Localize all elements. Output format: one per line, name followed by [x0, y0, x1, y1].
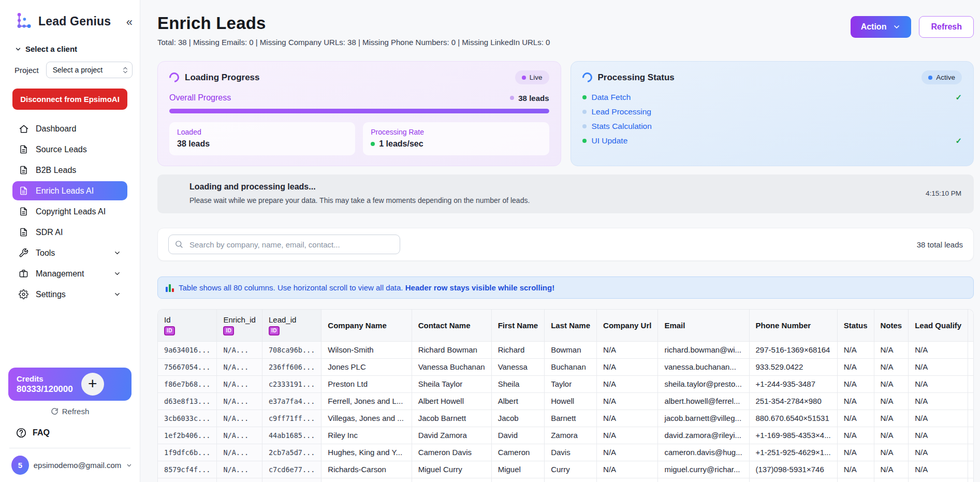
sidebar-nav-item[interactable]: Source Leads [12, 140, 127, 159]
processing-step: Data Fetch ✓ [582, 92, 962, 102]
credits-refresh-button[interactable]: Refresh [7, 407, 133, 416]
sidebar-nav-item[interactable]: B2B Leads [12, 160, 127, 180]
scroll-icon [19, 144, 29, 155]
stat-value: 1 leads/sec [379, 139, 423, 149]
table-cell: N/A [909, 427, 968, 444]
credits-card: Credits 80333/120000 + [8, 368, 131, 401]
status-card-title: Processing Status [598, 72, 675, 83]
scroll-icon [19, 227, 29, 238]
table-cell: N/A [909, 478, 968, 482]
action-button[interactable]: Action [851, 16, 912, 38]
step-dot-icon [582, 124, 587, 128]
project-select-value: Select a project [53, 66, 103, 74]
stat-label: Processing Rate [371, 128, 541, 136]
table-cell: David Zamora [412, 427, 491, 444]
sidebar-nav-item[interactable]: Copyright Leads AI [12, 202, 127, 221]
table-row[interactable]: 8579cf4f...N/A...c7cd6e77...Richards-Car… [158, 461, 974, 478]
nav-item-label: B2B Leads [36, 166, 76, 175]
column-header-email: Email [658, 310, 749, 341]
page-subtitle-stats: Total: 38 | Missing Emails: 0 | Missing … [157, 38, 550, 47]
project-select[interactable]: Select a project [46, 62, 133, 78]
app-root: « Lead Genius Select a client Project Se… [0, 0, 980, 482]
table-row[interactable]: d63e8f13...N/A...e37a7fa4...Ferrell, Jon… [158, 392, 974, 410]
table-cell: N/A [837, 341, 874, 358]
main-content: Enrich Leads Total: 38 | Missing Emails:… [140, 0, 980, 482]
table-cell: N/A... [217, 392, 262, 410]
sidebar-spacer [7, 304, 133, 368]
green-dot-icon [371, 142, 375, 146]
avatar: 5 [11, 456, 29, 475]
table-cell: 8579cf4f... [158, 461, 217, 478]
nav-item-label: Copyright Leads AI [36, 207, 106, 216]
table-cell: N/A [909, 341, 968, 358]
refresh-icon [51, 407, 58, 415]
sidebar-nav-item[interactable]: Dashboard [12, 119, 127, 138]
sidebar-nav-item[interactable]: Tools [12, 243, 127, 262]
step-dot-icon [582, 139, 587, 143]
table-cell: Albert [491, 392, 545, 410]
sidebar-nav-item[interactable]: Settings [12, 285, 127, 304]
progress-stat: Processing Rate 1 leads/sec [363, 122, 549, 155]
sidebar-divider [9, 448, 130, 448]
table-row[interactable]: 1f9dfc6b...N/A...2cb7a5d7...Hughes, King… [158, 444, 974, 461]
search-input[interactable] [168, 235, 400, 254]
table-cell: albert.howell@ferrel... [658, 392, 749, 410]
add-credits-button[interactable]: + [81, 373, 104, 396]
user-menu[interactable]: 5 epsimodemo@gmail.com [11, 456, 133, 475]
table-cell: Curry [545, 461, 597, 478]
table-cell: 001-929-622-2927×... [749, 478, 837, 482]
table-row[interactable]: 1ef2b406...N/A...44ab1685...Riley IncDav… [158, 427, 974, 444]
disconnect-button[interactable]: Disconnect from EpsimoAI [12, 89, 127, 110]
table-cell: N/A... [217, 358, 262, 375]
table-cell: N/A [597, 427, 658, 444]
nav-item-label: Enrich Leads AI [36, 186, 94, 196]
chevron-down-icon [893, 23, 901, 31]
table-cell: N/A... [217, 427, 262, 444]
check-icon: ✓ [955, 93, 962, 102]
sidebar-collapse-icon[interactable]: « [126, 17, 133, 28]
table-row[interactable]: 3cb6033c...N/A...c9ff71ff...Villegas, Jo… [158, 410, 974, 427]
table-row[interactable]: 75667054...N/A...236ff606...Jones PLCVan… [158, 358, 974, 375]
client-selector[interactable]: Select a client [14, 45, 133, 53]
table-cell: N/A... [217, 375, 262, 392]
refresh-button[interactable]: Refresh [919, 16, 974, 38]
table-cell: N/A [597, 410, 658, 427]
step-label: UI Update [592, 136, 628, 145]
sidebar-nav-item[interactable]: SDR AI [12, 223, 127, 242]
table-row[interactable]: f86e7b68...N/A...c2333191...Preston LtdS… [158, 375, 974, 392]
table-cell: Jones PLC [321, 358, 412, 375]
table-cell: N/A [968, 478, 974, 482]
check-icon: ✓ [955, 136, 962, 145]
table-cell: 44ab1685... [262, 427, 321, 444]
table-cell: +1-251-925-4629×1... [749, 444, 837, 461]
table-cell: Barnett [545, 410, 597, 427]
table-cell: Richard Bowman [412, 341, 491, 358]
table-cell: N/A... [217, 461, 262, 478]
scroll-icon [19, 165, 29, 176]
table-cell: Hughes, King and Y... [321, 444, 412, 461]
table-cell: c9ff71ff... [262, 410, 321, 427]
table-cell: 9a634016... [158, 341, 217, 358]
table-cell: N/A [968, 392, 974, 410]
table-cell: 3cb6033c... [158, 410, 217, 427]
table-cell: 933.529.0422 [749, 358, 837, 375]
nav-item-label: Settings [36, 290, 66, 299]
progress-bar [169, 109, 549, 113]
loading-progress-card: Loading Progress Live Overall Progress 3… [157, 61, 561, 166]
question-circle-icon [16, 427, 27, 439]
faq-link[interactable]: FAQ [16, 427, 133, 439]
table-row[interactable]: 4ebaf933...N/A...462528b3...Stephenson, … [158, 478, 974, 482]
notice-timestamp: 4:15:10 PM [926, 189, 961, 197]
table-cell: Preston Ltd [321, 375, 412, 392]
sidebar-nav-item[interactable]: Management [12, 264, 127, 283]
table-cell: William [491, 478, 545, 482]
table-cell: N/A [909, 444, 968, 461]
spinner-icon [580, 70, 594, 84]
table-row[interactable]: 9a634016...N/A...708ca96b...Wilson-Smith… [158, 341, 974, 358]
table-cell: 880.670.6540×51531 [749, 410, 837, 427]
sidebar-nav-item[interactable]: Enrich Leads AI [12, 181, 127, 200]
table-cell: N/A... [217, 444, 262, 461]
table-cell: N/A [968, 341, 974, 358]
table-cell: Richards-Carson [321, 461, 412, 478]
table-cell: Sheila Taylor [412, 375, 491, 392]
